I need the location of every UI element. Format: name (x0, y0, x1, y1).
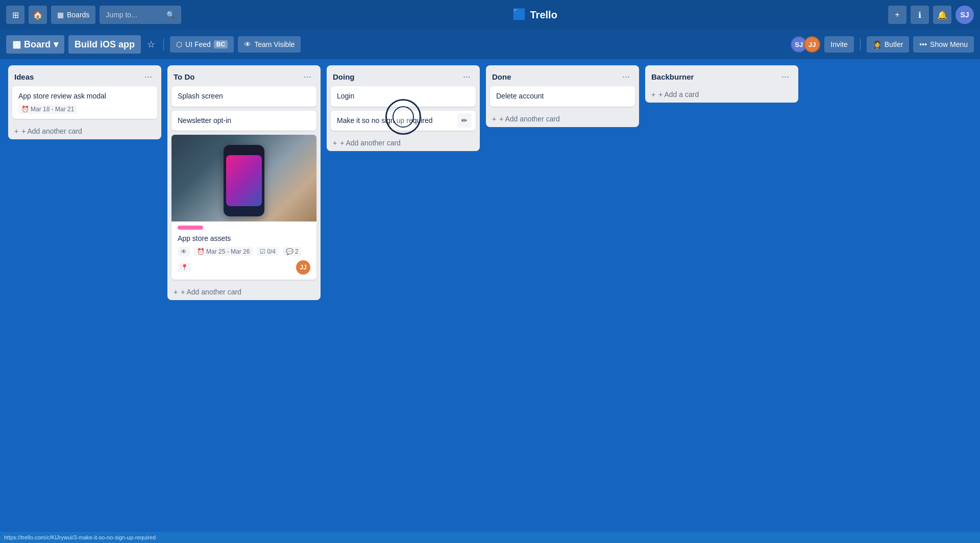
member-avatar-jj[interactable]: JJ (804, 36, 820, 53)
card-image (172, 135, 316, 221)
butler-label: Butler (885, 40, 903, 48)
checklist-badge: ☑ 0/4 (257, 247, 279, 256)
card-meta: 👁 ⏰ Mar 25 - Mar 26 ☑ 0/4 💬 2 📍 JJ (178, 247, 310, 275)
card-member-avatar[interactable]: JJ (296, 260, 310, 275)
list-menu-todo[interactable]: ··· (301, 70, 314, 83)
list-todo: To Do ··· Splash screen Newsletter opt-i… (167, 65, 321, 300)
card-title: Make it so no sign up required (337, 116, 470, 126)
team-visible-label: Team Visible (254, 40, 295, 48)
card-title: App store assets (178, 234, 310, 244)
list-header-backburner: Backburner ··· (645, 65, 798, 86)
board-title-label: Build iOS app (75, 39, 135, 50)
comments-count: 2 (295, 248, 299, 255)
add-card-label: + Add a card (658, 90, 699, 98)
list-title-ideas: Ideas (14, 72, 34, 81)
card-splash-screen[interactable]: Splash screen (172, 86, 316, 107)
ui-feed-icon: ⬡ (176, 40, 182, 48)
add-card-label: + Add another card (21, 127, 82, 135)
list-menu-ideas[interactable]: ··· (141, 70, 155, 83)
card-title: Login (337, 91, 470, 102)
board-type-label: Board (24, 39, 51, 50)
list-header-ideas: Ideas ··· (8, 65, 161, 86)
checklist-text: 0/4 (267, 248, 276, 255)
clock-icon: ⏰ (21, 106, 29, 113)
date-badge: ⏰ Mar 25 - Mar 26 (194, 247, 253, 256)
home-button[interactable]: 🏠 (29, 6, 47, 24)
nav-right: + ℹ 🔔 SJ (888, 6, 974, 24)
create-button[interactable]: + (888, 6, 906, 24)
card-meta: ⏰ Mar 18 - Mar 21 (18, 105, 151, 114)
add-card-ideas[interactable]: + + Add another card (8, 123, 161, 139)
add-icon: + (492, 115, 496, 123)
notifications-button[interactable]: 🔔 (933, 6, 951, 24)
pink-label (178, 226, 203, 230)
team-icon: 👁 (244, 40, 251, 48)
list-header-doing: Doing ··· (327, 65, 480, 86)
add-icon: + (174, 288, 178, 296)
add-card-label: + Add another card (340, 139, 401, 147)
info-button[interactable]: ℹ (911, 6, 929, 24)
ellipsis-icon: ••• (919, 40, 927, 48)
ui-feed-label: UI Feed (185, 40, 211, 48)
card-no-signup[interactable]: Make it so no sign up required ✏ (331, 111, 476, 131)
comment-icon: 💬 (286, 248, 293, 255)
star-button[interactable]: ☆ (145, 37, 157, 52)
add-card-doing[interactable]: + + Add another card (327, 135, 480, 151)
status-url: https://trello.com/c/KlJrywui/3-make-it-… (4, 534, 156, 540)
card-title: App store review ask modal (18, 91, 151, 102)
list-menu-doing[interactable]: ··· (460, 70, 474, 83)
card-delete-account[interactable]: Delete account (490, 86, 635, 107)
show-menu-label: Show Menu (930, 40, 968, 48)
apps-menu-button[interactable]: ⊞ (6, 6, 24, 24)
edit-card-button[interactable]: ✏ (457, 113, 472, 128)
add-card-label: + Add another card (181, 288, 241, 296)
trello-logo-icon: 🟦 (512, 8, 526, 21)
add-card-todo[interactable]: + + Add another card (167, 284, 321, 300)
board-title-button[interactable]: Build iOS app (68, 35, 141, 54)
ui-feed-badge: BC (214, 40, 228, 48)
add-card-done[interactable]: + + Add another card (486, 111, 639, 127)
board-type-button[interactable]: ▦ Board ▾ (6, 35, 64, 54)
list-menu-done[interactable]: ··· (619, 70, 633, 83)
user-avatar[interactable]: SJ (955, 6, 974, 24)
card-title: Newsletter opt-in (178, 116, 310, 126)
top-nav: ⊞ 🏠 ▦ Boards Jump to... 🔍 🟦 Trello + ℹ 🔔… (0, 0, 980, 30)
search-bar[interactable]: Jump to... 🔍 (100, 6, 181, 24)
team-visible-button[interactable]: 👁 Team Visible (238, 36, 301, 53)
add-icon: + (333, 139, 337, 147)
date-text: Mar 18 - Mar 21 (31, 106, 74, 113)
butler-button[interactable]: 🤵 Butler (867, 36, 910, 53)
ui-feed-button[interactable]: ⬡ UI Feed BC (170, 36, 234, 53)
show-menu-button[interactable]: ••• Show Menu (913, 36, 974, 53)
invite-button[interactable]: Invite (824, 36, 853, 53)
checklist-icon: ☑ (260, 248, 265, 255)
list-title-backburner: Backburner (651, 72, 694, 81)
add-icon: + (651, 90, 655, 98)
list-menu-backburner[interactable]: ··· (778, 70, 792, 83)
card-app-store-modal[interactable]: App store review ask modal ⏰ Mar 18 - Ma… (12, 86, 157, 119)
list-ideas: Ideas ··· App store review ask modal ⏰ M… (8, 65, 161, 139)
status-bar: https://trello.com/c/KlJrywui/3-make-it-… (0, 532, 980, 543)
date-badge: ⏰ Mar 18 - Mar 21 (18, 105, 77, 114)
card-newsletter[interactable]: Newsletter opt-in (172, 111, 316, 131)
card-app-store-assets[interactable]: App store assets 👁 ⏰ Mar 25 - Mar 26 ☑ 0… (172, 135, 316, 280)
search-text: Jump to... (106, 11, 137, 19)
board-header-right: SJ JJ Invite 🤵 Butler ••• Show Menu (791, 36, 974, 53)
add-card-backburner[interactable]: + + Add a card (645, 86, 798, 103)
boards-button[interactable]: ▦ Boards (51, 6, 95, 24)
list-title-todo: To Do (174, 72, 194, 81)
board-header: ▦ Board ▾ Build iOS app ☆ ⬡ UI Feed BC 👁… (0, 30, 980, 59)
list-done: Done ··· Delete account + + Add another … (486, 65, 639, 127)
list-header-done: Done ··· (486, 65, 639, 86)
add-icon: + (14, 127, 18, 135)
divider2 (860, 38, 861, 51)
butler-icon: 🤵 (873, 40, 881, 48)
date-text: Mar 25 - Mar 26 (206, 248, 250, 255)
list-doing: Doing ··· Login Make it so no sign up re… (327, 65, 480, 151)
list-header-todo: To Do ··· (167, 65, 321, 86)
divider (163, 38, 164, 51)
board-type-icon: ▦ (12, 39, 21, 50)
clock-icon: ⏰ (197, 248, 205, 255)
pin-badge: 📍 (178, 263, 191, 272)
card-login[interactable]: Login (331, 86, 476, 107)
